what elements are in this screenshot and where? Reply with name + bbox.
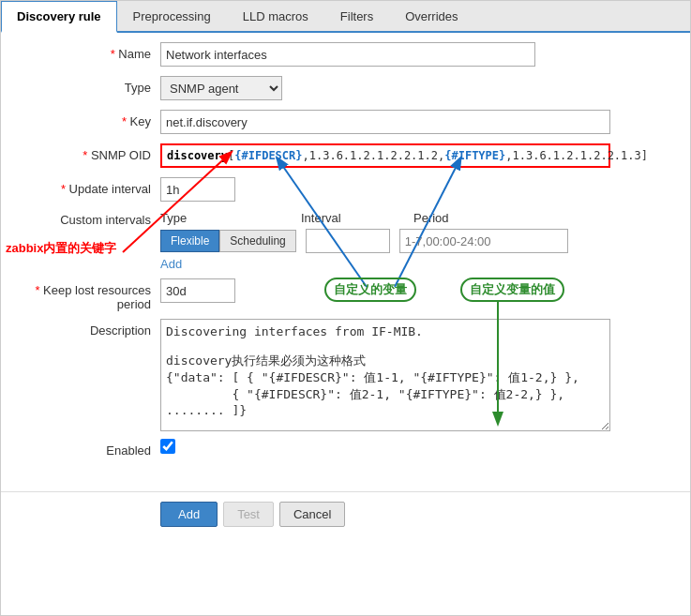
description-textarea[interactable]: Discovering interfaces from IF-MIB. disc…	[160, 319, 610, 431]
key-input[interactable]	[160, 110, 610, 134]
cancel-button[interactable]: Cancel	[279, 502, 345, 527]
snmp-oid-label: SNMP OID	[10, 143, 160, 162]
type-row: Type SNMP agent	[10, 76, 671, 102]
type-select[interactable]: SNMP agent	[160, 76, 282, 100]
description-control: Discovering interfaces from IF-MIB. disc…	[160, 319, 671, 431]
snmp-oid2: ,1.3.6.1.2.1.2.2.1.3]	[505, 149, 648, 162]
snmp-oid-display[interactable]: discovery[{#IFDESCR},1.3.6.1.2.1.2.2.1.2…	[160, 143, 610, 168]
type-label: Type	[10, 76, 160, 95]
enabled-checkbox[interactable]	[160, 439, 175, 454]
snmp-bracket: [	[228, 149, 234, 162]
enabled-label: Enabled	[10, 439, 160, 458]
test-button[interactable]: Test	[223, 502, 274, 527]
form-buttons: Add Test Cancel	[1, 491, 690, 536]
tab-overrides[interactable]: Overrides	[389, 1, 473, 33]
update-interval-input[interactable]	[160, 177, 235, 202]
tab-bar: Discovery rule Preprocessing LLD macros …	[1, 1, 690, 33]
tab-filters[interactable]: Filters	[324, 1, 389, 33]
annotation-custom-variable: 自定义的变量	[324, 278, 416, 302]
btn-scheduling[interactable]: Scheduling	[219, 230, 295, 252]
main-window: Discovery rule Preprocessing LLD macros …	[0, 0, 691, 616]
ci-interval-input[interactable]	[306, 229, 390, 253]
name-control	[160, 42, 671, 67]
snmp-oid-control: discovery[{#IFDESCR},1.3.6.1.2.1.2.2.1.2…	[160, 143, 671, 168]
tab-lld-macros[interactable]: LLD macros	[227, 1, 324, 33]
snmp-oid-row: SNMP OID discovery[{#IFDESCR},1.3.6.1.2.…	[10, 143, 671, 170]
key-control	[160, 110, 671, 134]
annotation-custom-variable-value: 自定义变量的值	[460, 278, 564, 302]
name-row: Name	[10, 42, 671, 68]
keep-lost-input[interactable]	[160, 278, 235, 303]
snmp-macro-iftype: {#IFTYPE}	[444, 149, 505, 162]
type-control: SNMP agent	[160, 76, 671, 100]
update-interval-label: Update interval	[10, 177, 160, 196]
update-interval-row: Update interval	[10, 177, 671, 203]
ci-period-col-header: Period	[404, 211, 592, 225]
name-label: Name	[10, 42, 160, 61]
custom-intervals-control: Type Interval Period Flexible Scheduling…	[160, 211, 671, 271]
ci-header: Type Interval Period	[160, 211, 620, 225]
key-row: Key	[10, 110, 671, 136]
add-button[interactable]: Add	[160, 502, 218, 527]
btn-flexible[interactable]: Flexible	[160, 230, 219, 252]
snmp-keyword: discovery	[167, 149, 228, 162]
enabled-row: Enabled	[10, 439, 671, 465]
update-interval-control	[160, 177, 671, 202]
snmp-oid1: ,1.3.6.1.2.1.2.2.1.2,	[303, 149, 445, 162]
form-area: Name Type SNMP agent Key	[1, 33, 690, 482]
keep-lost-label: Keep lost resources period	[10, 278, 160, 311]
ci-row-1: Flexible Scheduling	[160, 229, 620, 253]
tab-preprocessing[interactable]: Preprocessing	[117, 1, 227, 33]
enabled-control	[160, 439, 671, 454]
custom-intervals-label: Custom intervals	[10, 211, 160, 227]
tab-discovery-rule[interactable]: Discovery rule	[1, 1, 117, 33]
key-label: Key	[10, 110, 160, 128]
ci-add-link[interactable]: Add	[160, 257, 182, 271]
name-input[interactable]	[160, 42, 535, 67]
description-label: Description	[10, 319, 160, 338]
description-row: Description Discovering interfaces from …	[10, 319, 671, 431]
ci-period-input[interactable]	[399, 229, 568, 253]
ci-type-col-header: Type	[160, 211, 292, 225]
annotation-zabbix-keyword: zabbix内置的关键字	[6, 240, 116, 257]
ci-interval-col-header: Interval	[292, 211, 404, 225]
snmp-macro-ifdescr: {#IFDESCR}	[234, 149, 302, 162]
